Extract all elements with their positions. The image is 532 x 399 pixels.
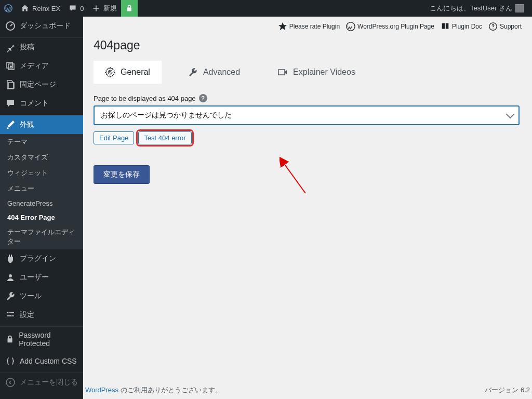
site-link[interactable]: Reinx EX [17, 0, 64, 17]
admin-bar: Reinx EX 0 新規 こんにちは、TestUser さん [0, 0, 532, 17]
sub-customize[interactable]: カスタマイズ [0, 150, 83, 165]
sub-widgets[interactable]: ウィジェット [0, 165, 83, 181]
menu-posts[interactable]: 投稿 [0, 38, 83, 57]
tab-label: Explainer Videos [293, 68, 355, 77]
svg-point-3 [9, 274, 12, 277]
book-icon [441, 22, 450, 31]
version-text: バージョン 6.2 [485, 385, 530, 395]
wporg-link[interactable]: WordPress.org Plugin Page [346, 22, 434, 31]
avatar [515, 4, 524, 12]
menu-plugins[interactable]: プラグイン [0, 249, 83, 268]
video-icon [277, 67, 288, 77]
tab-videos[interactable]: Explainer Videos [266, 61, 367, 84]
page-select[interactable]: お探しのページは見つかりませんでした [94, 105, 520, 125]
menu-users[interactable]: ユーザー [0, 268, 83, 287]
tools-icon [5, 291, 16, 301]
greeting-text: こんにちは、TestUser さん [430, 4, 512, 13]
link-label: Please rate Plugin [289, 23, 340, 30]
doc-link[interactable]: Plugin Doc [441, 22, 482, 31]
svg-line-8 [284, 163, 305, 193]
site-name: Reinx EX [32, 5, 60, 12]
lock-icon [5, 334, 15, 344]
menu-label: メニューを閉じる [20, 378, 78, 387]
save-button[interactable]: 変更を保存 [94, 165, 150, 184]
home-icon [21, 4, 29, 12]
comment-icon [5, 98, 16, 109]
tab-advanced[interactable]: Advanced [176, 61, 251, 84]
svg-rect-7 [278, 70, 285, 75]
sub-404[interactable]: 404 Error Page [0, 210, 83, 224]
dashboard-icon [5, 21, 16, 31]
menu-label: ダッシュボード [20, 21, 71, 31]
wordpress-icon [4, 4, 12, 12]
new-label: 新規 [103, 4, 117, 13]
menu-media[interactable]: メディア [0, 57, 83, 75]
tab-general[interactable]: General [94, 61, 162, 84]
page-icon [5, 79, 16, 90]
wp-logo[interactable] [0, 0, 17, 17]
new-link[interactable]: 新規 [88, 0, 121, 17]
link-label: Support [500, 23, 522, 30]
tab-label: General [121, 68, 150, 77]
pin-icon [5, 42, 16, 52]
menu-appearance[interactable]: 外観 [0, 115, 83, 134]
svg-point-4 [6, 378, 15, 387]
tab-label: Advanced [203, 68, 240, 77]
menu-label: 投稿 [20, 43, 34, 52]
footer-thanks: WordPress のご利用ありがとうございます。 [85, 385, 222, 395]
menu-password-protected[interactable]: Password Protected [0, 327, 83, 352]
menu-label: 固定ページ [20, 80, 56, 89]
wordpress-link[interactable]: WordPress [85, 386, 118, 394]
sub-themes[interactable]: テーマ [0, 134, 83, 150]
wordpress-icon [346, 22, 355, 31]
action-buttons: Edit Page Test 404 error [94, 131, 522, 144]
plugin-top-links: Please rate Plugin WordPress.org Plugin … [94, 17, 522, 36]
plus-icon [92, 4, 100, 12]
menu-comments[interactable]: コメント [0, 94, 83, 113]
thanks-text: のご利用ありがとうございます。 [118, 386, 222, 394]
comments-link[interactable]: 0 [64, 0, 88, 17]
rate-link[interactable]: Please rate Plugin [278, 22, 340, 31]
menu-tools[interactable]: ツール [0, 287, 83, 305]
support-link[interactable]: Support [488, 22, 522, 31]
page-title: 404page [94, 36, 522, 61]
menu-custom-css[interactable]: Add Custom CSS [0, 352, 83, 370]
menu-dashboard[interactable]: ダッシュボード [0, 17, 83, 35]
lock-indicator[interactable] [121, 0, 138, 17]
label-text: Page to be displayed as 404 page [94, 95, 196, 102]
link-label: Plugin Doc [452, 23, 482, 30]
test-404-button[interactable]: Test 404 error [138, 131, 191, 144]
users-icon [5, 272, 16, 283]
select-value: お探しのページは見つかりませんでした [101, 111, 232, 120]
brush-icon [5, 119, 16, 130]
code-icon [5, 356, 16, 366]
main-content: Please rate Plugin WordPress.org Plugin … [83, 17, 532, 399]
user-greeting[interactable]: こんにちは、TestUser さん [425, 0, 528, 17]
help-icon [488, 22, 498, 31]
admin-sidebar: ダッシュボード 投稿 メディア 固定ページ コメント 外観 テーマ カスタマイズ… [0, 17, 83, 399]
sub-menus[interactable]: メニュー [0, 181, 83, 196]
appearance-submenu: テーマ カスタマイズ ウィジェット メニュー GeneratePress 404… [0, 134, 83, 249]
menu-label: プラグイン [20, 254, 56, 263]
link-label: WordPress.org Plugin Page [357, 23, 434, 30]
comments-count: 0 [80, 5, 84, 12]
gear-icon [105, 67, 115, 77]
collapse-menu[interactable]: メニューを閉じる [0, 373, 83, 392]
media-icon [5, 61, 16, 71]
field-label: Page to be displayed as 404 page ? [94, 94, 522, 102]
comment-icon [69, 4, 77, 12]
sub-editor[interactable]: テーマファイルエディター [0, 224, 83, 249]
collapse-icon [5, 377, 16, 388]
edit-page-button[interactable]: Edit Page [94, 131, 134, 144]
menu-label: 外観 [20, 120, 34, 129]
menu-label: ユーザー [20, 273, 49, 282]
menu-pages[interactable]: 固定ページ [0, 75, 83, 94]
sub-generatepress[interactable]: GeneratePress [0, 196, 83, 210]
help-icon[interactable]: ? [199, 94, 207, 102]
svg-point-2 [10, 65, 12, 68]
lock-icon [125, 4, 134, 12]
menu-label: 設定 [20, 310, 34, 320]
menu-label: メディア [20, 61, 49, 71]
settings-icon [5, 310, 16, 320]
menu-settings[interactable]: 設定 [0, 305, 83, 324]
